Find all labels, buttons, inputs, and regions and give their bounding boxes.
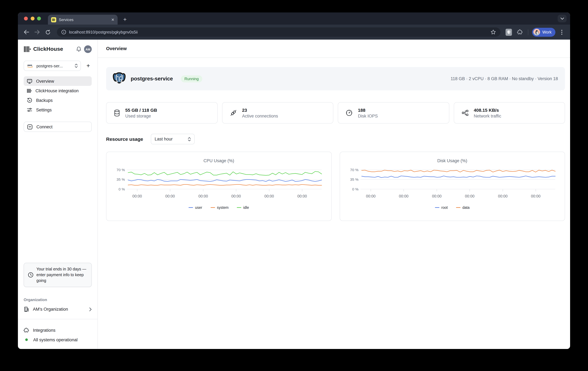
time-range-select[interactable]: Last hour bbox=[151, 134, 195, 144]
chart-legend: usersystemidle bbox=[106, 206, 331, 210]
app-content: ClickHouse AM aws postgres-ser... + bbox=[18, 40, 570, 349]
time-range-value: Last hour bbox=[155, 137, 188, 141]
svg-text:70 %: 70 % bbox=[116, 168, 125, 172]
legend-swatch bbox=[189, 207, 193, 208]
trial-notice[interactable]: Your trial ends in 30 days — enter payme… bbox=[24, 263, 92, 287]
service-selector-row: aws postgres-ser... + bbox=[24, 61, 92, 71]
svg-text:00:00: 00:00 bbox=[366, 194, 376, 198]
service-selector[interactable]: aws postgres-ser... bbox=[24, 61, 81, 71]
add-service-button[interactable]: + bbox=[85, 62, 92, 69]
aws-icon: aws bbox=[27, 63, 34, 68]
integrations-link[interactable]: Integrations bbox=[24, 325, 92, 335]
legend-swatch bbox=[237, 207, 241, 208]
toolbar-separator bbox=[528, 29, 528, 35]
disk-usage-chart: 0 %35 %70 %00:0000:0000:0000:0000:0000:0… bbox=[339, 152, 565, 221]
svg-text:00:00: 00:00 bbox=[132, 194, 142, 198]
system-status-row[interactable]: All systems operational bbox=[24, 335, 92, 344]
clickhouse-bars-icon bbox=[27, 88, 32, 93]
backup-history-icon bbox=[27, 98, 32, 103]
shield-extension-button[interactable] bbox=[504, 28, 513, 37]
legend-swatch bbox=[210, 207, 215, 208]
stat-value: 55 GB / 118 GB bbox=[125, 107, 157, 112]
reload-button[interactable] bbox=[43, 28, 52, 37]
svg-text:00:00: 00:00 bbox=[264, 194, 274, 198]
browser-window: Services ✕ + localhost:8910/postgres/pgk… bbox=[18, 12, 570, 349]
address-bar[interactable]: localhost:8910/postgres/pgkybgnv0s5ii bbox=[57, 28, 500, 37]
charts-row: 0 %35 %70 %00:0000:0000:0000:0000:0000:0… bbox=[106, 152, 565, 221]
overview-icon bbox=[27, 78, 32, 84]
status-ok-dot bbox=[25, 338, 28, 341]
legend-label: system bbox=[217, 206, 229, 210]
stat-label: Disk IOPS bbox=[358, 113, 378, 118]
close-window-button[interactable] bbox=[24, 17, 28, 20]
browser-toolbar: localhost:8910/postgres/pgkybgnv0s5ii Wo… bbox=[18, 25, 570, 40]
stat-cards: 55 GB / 118 GB Used storage 23 Active co… bbox=[106, 102, 565, 124]
kebab-menu-icon bbox=[561, 30, 562, 35]
main-panel: Overview bbox=[98, 40, 570, 349]
clickhouse-logo-icon bbox=[24, 46, 31, 53]
building-icon bbox=[24, 307, 29, 312]
tab-title: Services bbox=[59, 17, 109, 22]
stat-card-storage: 55 GB / 118 GB Used storage bbox=[106, 102, 218, 124]
legend-item-idle[interactable]: idle bbox=[237, 206, 249, 210]
sidebar-item-label: ClickHouse integration bbox=[35, 88, 79, 93]
browser-menu-button[interactable] bbox=[557, 28, 566, 37]
user-avatar[interactable]: AM bbox=[84, 45, 92, 53]
svg-text:70 %: 70 % bbox=[350, 168, 358, 172]
new-tab-button[interactable]: + bbox=[121, 15, 129, 24]
svg-text:00:00: 00:00 bbox=[498, 194, 507, 198]
svg-text:0 %: 0 % bbox=[352, 187, 358, 191]
chevron-right-icon bbox=[89, 307, 92, 311]
profile-name: Work bbox=[542, 30, 552, 34]
sidebar-item-overview[interactable]: Overview bbox=[24, 76, 92, 86]
svg-text:00:00: 00:00 bbox=[399, 194, 408, 198]
tab-close-icon[interactable]: ✕ bbox=[111, 18, 115, 21]
organization-row[interactable]: AM's Organization bbox=[24, 307, 92, 312]
chart-title: Disk Usage (%) bbox=[340, 158, 565, 163]
resource-usage-row: Resource usage Last hour bbox=[106, 134, 565, 144]
stat-value: 408.15 KB/s bbox=[474, 107, 501, 112]
clickhouse-favicon bbox=[51, 17, 56, 22]
legend-item-root[interactable]: root bbox=[435, 206, 448, 210]
page-header: Overview bbox=[98, 40, 570, 58]
legend-swatch bbox=[435, 207, 439, 208]
back-icon bbox=[23, 30, 29, 34]
sidebar-item-backups[interactable]: Backups bbox=[24, 95, 92, 105]
profile-button[interactable]: Work bbox=[532, 28, 556, 37]
forward-icon bbox=[34, 30, 40, 34]
bookmark-star-icon[interactable] bbox=[491, 29, 496, 35]
connect-label: Connect bbox=[36, 124, 52, 129]
legend-label: idle bbox=[243, 206, 249, 210]
connect-button[interactable]: Connect bbox=[24, 122, 92, 132]
legend-item-data[interactable]: data bbox=[456, 206, 470, 210]
stat-label: Used storage bbox=[125, 113, 157, 118]
svg-text:00:00: 00:00 bbox=[531, 194, 540, 198]
svg-text:00:00: 00:00 bbox=[199, 194, 208, 198]
svg-text:00:00: 00:00 bbox=[165, 194, 175, 198]
chart-title: CPU Usage (%) bbox=[106, 158, 331, 163]
legend-item-system[interactable]: system bbox=[210, 206, 229, 210]
stat-card-disk-iops: 188 Disk IOPS bbox=[338, 102, 449, 124]
legend-item-user[interactable]: user bbox=[189, 206, 202, 210]
stat-value: 188 bbox=[358, 107, 378, 112]
svg-text:00:00: 00:00 bbox=[432, 194, 441, 198]
forward-button[interactable] bbox=[32, 28, 42, 37]
service-banner: postgres-service Running 118 GB · 2 vCPU… bbox=[106, 67, 565, 90]
minimize-window-button[interactable] bbox=[31, 17, 34, 20]
resource-usage-heading: Resource usage bbox=[106, 136, 143, 142]
back-button[interactable] bbox=[22, 28, 31, 37]
sidebar-item-label: Overview bbox=[36, 79, 54, 83]
organization-section-label: Organization bbox=[24, 298, 92, 302]
svg-text:aws: aws bbox=[27, 63, 32, 66]
tab-search-button[interactable] bbox=[558, 15, 567, 22]
sidebar-item-settings[interactable]: Settings bbox=[24, 105, 92, 115]
bell-icon[interactable] bbox=[76, 46, 82, 52]
extensions-button[interactable] bbox=[515, 28, 524, 37]
zoom-window-button[interactable] bbox=[37, 17, 41, 20]
svg-text:35 %: 35 % bbox=[116, 177, 125, 181]
organization-name: AM's Organization bbox=[33, 307, 85, 312]
sidebar-item-clickhouse-integration[interactable]: ClickHouse integration bbox=[24, 86, 92, 95]
puzzle-icon bbox=[517, 29, 522, 35]
svg-text:00:00: 00:00 bbox=[297, 194, 307, 198]
browser-tab[interactable]: Services ✕ bbox=[48, 15, 118, 25]
